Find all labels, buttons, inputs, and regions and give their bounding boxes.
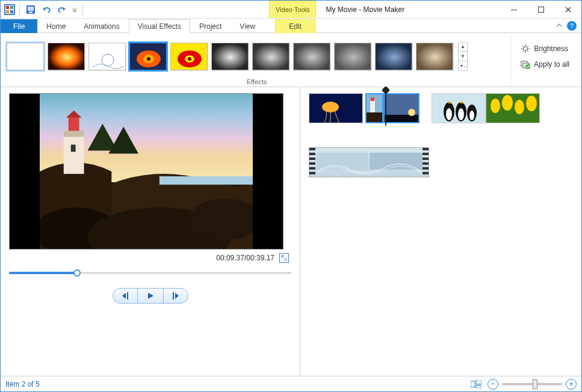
- svg-point-65: [446, 108, 452, 120]
- tab-view[interactable]: View: [231, 19, 264, 33]
- quick-access-toolbar: [1, 1, 88, 18]
- zoom-in-button[interactable]: +: [566, 379, 577, 390]
- audio-strip[interactable]: [309, 147, 429, 177]
- clip-lighthouse-b[interactable]: [383, 93, 419, 123]
- gallery-scroll-up-icon[interactable]: ▲: [459, 43, 467, 52]
- effect-posterize-red[interactable]: [170, 43, 208, 70]
- effect-posterize-color[interactable]: [129, 43, 167, 70]
- svg-rect-45: [69, 118, 79, 131]
- effect-pencil-sketch[interactable]: [88, 43, 126, 70]
- effect-bw-1[interactable]: [211, 43, 249, 70]
- effect-no-effect[interactable]: [7, 43, 44, 70]
- svg-point-22: [188, 57, 191, 61]
- clip-tulips[interactable]: [486, 93, 540, 123]
- effects-group: ▲ ▼ ▼_ Effects: [3, 35, 511, 87]
- effect-bw-2[interactable]: [252, 43, 289, 70]
- clip-jellyfish[interactable]: [309, 93, 363, 123]
- zoom-out-button[interactable]: −: [488, 379, 498, 390]
- svg-rect-53: [173, 292, 174, 299]
- transport-controls: [9, 288, 291, 304]
- svg-point-67: [458, 108, 464, 120]
- save-button[interactable]: [24, 3, 37, 16]
- tab-animations[interactable]: Animations: [75, 19, 128, 33]
- tab-visual-effects[interactable]: Visual Effects: [129, 19, 190, 33]
- effect-bw-3[interactable]: [293, 43, 330, 70]
- svg-rect-10: [511, 10, 517, 10]
- svg-rect-25: [294, 43, 330, 70]
- svg-rect-24: [253, 43, 289, 70]
- seek-bar[interactable]: [9, 269, 291, 277]
- apply-to-all-button[interactable]: Apply to all: [518, 58, 572, 70]
- svg-rect-44: [64, 131, 84, 137]
- gallery-scroll[interactable]: ▲ ▼ ▼_: [458, 42, 468, 71]
- svg-rect-52: [127, 292, 128, 299]
- svg-point-73: [515, 100, 524, 114]
- play-button[interactable]: [138, 288, 163, 304]
- qat-dropdown-icon[interactable]: [71, 3, 78, 16]
- svg-rect-7: [28, 7, 34, 11]
- svg-rect-78: [476, 380, 481, 384]
- zoom-slider[interactable]: [502, 383, 562, 385]
- playhead[interactable]: [385, 90, 386, 126]
- window-title: My Movie - Movie Maker: [316, 1, 500, 18]
- close-button[interactable]: [554, 1, 581, 19]
- tab-project[interactable]: Project: [190, 19, 231, 33]
- storyboard-pane[interactable]: [300, 87, 581, 376]
- svg-rect-12: [48, 43, 85, 70]
- gallery-expand-icon[interactable]: ▼_: [459, 61, 467, 70]
- maximize-button[interactable]: [527, 1, 554, 19]
- svg-rect-47: [71, 145, 76, 152]
- svg-point-74: [526, 96, 537, 111]
- undo-button[interactable]: [40, 3, 53, 16]
- status-item-label: Item 2 of 5: [5, 380, 40, 388]
- effect-sepia-warm[interactable]: [48, 43, 85, 70]
- svg-rect-43: [64, 131, 84, 174]
- svg-line-35: [528, 51, 529, 52]
- content-area: 00:09.37/00:39.17: [1, 87, 581, 376]
- title-bar: Video Tools My Movie - Movie Maker: [1, 1, 581, 19]
- video-preview[interactable]: [9, 93, 283, 250]
- zoom-control: − +: [488, 379, 577, 390]
- collapse-ribbon-icon[interactable]: [556, 23, 562, 29]
- apply-all-label: Apply to all: [534, 60, 569, 69]
- effect-bw-4[interactable]: [334, 43, 371, 70]
- svg-rect-77: [471, 381, 475, 387]
- svg-line-34: [522, 46, 524, 47]
- svg-rect-5: [10, 10, 13, 13]
- svg-rect-23: [212, 43, 249, 70]
- clip-lighthouse-a[interactable]: [365, 93, 383, 123]
- preview-pane: 00:09.37/00:39.17: [1, 87, 300, 376]
- svg-rect-8: [29, 11, 33, 13]
- svg-rect-57: [367, 112, 383, 123]
- gallery-scroll-down-icon[interactable]: ▼: [459, 52, 467, 61]
- qat-separator: [82, 4, 83, 15]
- clip-penguins[interactable]: [432, 93, 486, 123]
- minimize-button[interactable]: [500, 1, 527, 19]
- tab-home[interactable]: Home: [37, 19, 75, 33]
- adjust-group: Brightness Apply to all: [511, 35, 579, 87]
- ribbon-tabs: File Home Animations Visual Effects Proj…: [1, 19, 581, 33]
- help-icon[interactable]: ?: [567, 21, 577, 31]
- clip-row: [309, 93, 573, 123]
- svg-rect-4: [6, 10, 9, 13]
- fullscreen-icon[interactable]: [279, 253, 289, 263]
- svg-rect-28: [416, 43, 453, 70]
- svg-point-69: [469, 111, 474, 120]
- svg-rect-9: [73, 11, 76, 11]
- tab-file[interactable]: File: [1, 19, 37, 33]
- next-frame-button[interactable]: [163, 288, 188, 304]
- app-icon: [4, 4, 15, 15]
- prev-frame-button[interactable]: [113, 288, 138, 304]
- effects-gallery: ▲ ▼ ▼_: [7, 42, 468, 71]
- thumbnails-view-icon[interactable]: [471, 380, 481, 388]
- tab-edit[interactable]: Edit: [275, 19, 315, 33]
- effect-cool-tone[interactable]: [375, 43, 412, 70]
- redo-button[interactable]: [55, 3, 69, 16]
- brightness-label: Brightness: [534, 44, 568, 53]
- timecode-label: 00:09.37/00:39.17: [216, 254, 274, 262]
- brightness-button[interactable]: Brightness: [518, 43, 572, 55]
- svg-point-72: [502, 95, 513, 111]
- effect-sepia[interactable]: [416, 43, 453, 70]
- svg-rect-2: [6, 6, 9, 9]
- brightness-icon: [521, 44, 530, 54]
